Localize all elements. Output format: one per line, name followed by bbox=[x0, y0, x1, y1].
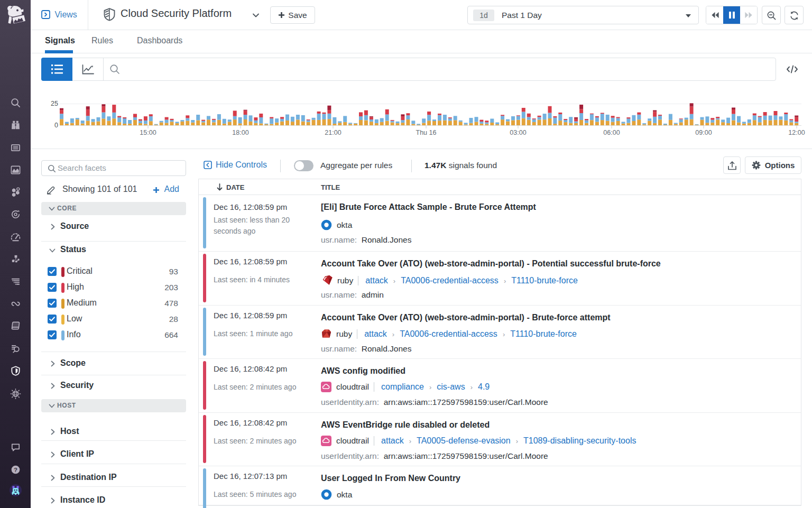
svg-text:0: 0 bbox=[54, 122, 58, 129]
svg-text:12:00: 12:00 bbox=[788, 129, 805, 136]
svg-text:15:00: 15:00 bbox=[140, 129, 156, 136]
svg-text:09:00: 09:00 bbox=[695, 129, 712, 136]
svg-text:25: 25 bbox=[51, 100, 58, 107]
svg-text:03:00: 03:00 bbox=[510, 129, 526, 136]
svg-text:?: ? bbox=[14, 467, 17, 473]
svg-text:21:00: 21:00 bbox=[325, 129, 341, 136]
svg-text:Thu 16: Thu 16 bbox=[416, 129, 437, 136]
svg-text:18:00: 18:00 bbox=[232, 129, 248, 136]
svg-text:06:00: 06:00 bbox=[603, 129, 620, 136]
